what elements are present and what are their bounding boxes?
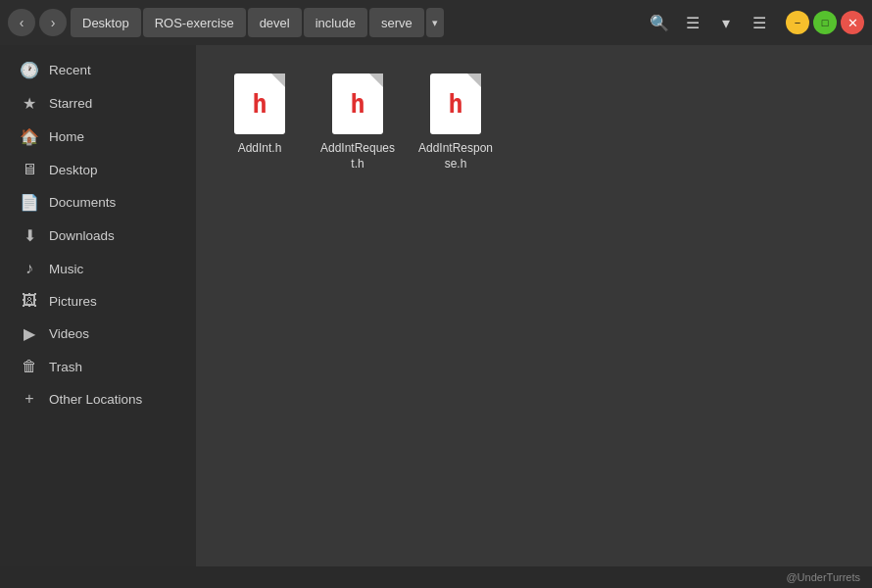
close-button[interactable]: ✕ [841, 11, 864, 34]
sidebar: 🕐Recent★Starred🏠Home🖥Desktop📄Documents⬇D… [0, 45, 196, 566]
file-label: AddIntResponse.h [417, 141, 494, 172]
tab-dropdown-button[interactable]: ▾ [426, 8, 444, 37]
trash-icon: 🗑 [20, 358, 39, 375]
other-locations-icon: + [20, 390, 39, 408]
documents-icon: 📄 [20, 193, 39, 212]
sidebar-item-label-downloads: Downloads [49, 228, 115, 243]
tab-desktop[interactable]: Desktop [71, 8, 141, 37]
home-icon: 🏠 [20, 127, 39, 146]
sidebar-item-downloads[interactable]: ⬇Downloads [4, 220, 192, 252]
titlebar: ‹ › DesktopROS-exercisedevelincludeserve… [0, 0, 872, 45]
sidebar-item-label-other-locations: Other Locations [49, 392, 142, 407]
h-file-icon [430, 74, 481, 134]
file-label: AddInt.h [238, 141, 282, 157]
file-icon [426, 71, 485, 137]
minimize-button[interactable]: − [786, 11, 809, 34]
sidebar-item-label-videos: Videos [49, 326, 89, 341]
sidebar-item-label-starred: Starred [49, 96, 92, 111]
view-options-button[interactable]: ▾ [711, 8, 741, 37]
tab-ros[interactable]: ROS-exercise [143, 8, 246, 37]
downloads-icon: ⬇ [20, 226, 39, 245]
starred-icon: ★ [20, 94, 39, 113]
tab-devel[interactable]: devel [248, 8, 302, 37]
music-icon: ♪ [20, 260, 39, 277]
pictures-icon: 🖼 [20, 292, 39, 310]
maximize-button[interactable]: □ [813, 11, 837, 34]
main-area: 🕐Recent★Starred🏠Home🖥Desktop📄Documents⬇D… [0, 45, 872, 566]
sidebar-item-label-trash: Trash [49, 360, 82, 374]
tab-include[interactable]: include [304, 8, 367, 37]
breadcrumb: DesktopROS-exercisedevelincludeserve▾ [71, 8, 641, 37]
file-icon [230, 71, 289, 137]
sidebar-item-desktop[interactable]: 🖥Desktop [4, 154, 192, 185]
videos-icon: ▶ [20, 324, 39, 343]
chevron-down-icon: ▾ [722, 14, 730, 32]
sidebar-item-label-home: Home [49, 129, 84, 144]
statusbar: @UnderTurrets [0, 566, 872, 588]
file-area: AddInt.hAddIntRequest.hAddIntResponse.h [196, 45, 872, 566]
list-view-button[interactable]: ☰ [678, 8, 707, 37]
window-controls: − □ ✕ [786, 11, 864, 34]
h-file-icon [332, 74, 383, 134]
sidebar-item-label-desktop: Desktop [49, 163, 98, 177]
sidebar-item-music[interactable]: ♪Music [4, 253, 192, 284]
sidebar-item-starred[interactable]: ★Starred [4, 87, 192, 120]
nav-back-button[interactable]: ‹ [8, 9, 35, 36]
sidebar-item-documents[interactable]: 📄Documents [4, 186, 192, 219]
nav-forward-button[interactable]: › [39, 9, 67, 36]
file-item[interactable]: AddIntResponse.h [412, 65, 500, 177]
desktop-icon: 🖥 [20, 161, 39, 178]
sidebar-item-label-pictures: Pictures [49, 294, 97, 309]
file-label: AddIntRequest.h [319, 141, 396, 172]
search-button[interactable]: 🔍 [645, 8, 674, 37]
sidebar-item-home[interactable]: 🏠Home [4, 121, 192, 153]
sidebar-item-other-locations[interactable]: +Other Locations [4, 383, 192, 415]
h-file-icon [234, 74, 285, 134]
file-item[interactable]: AddInt.h [216, 65, 304, 177]
watermark-text: @UnderTurrets [786, 571, 860, 583]
sidebar-item-trash[interactable]: 🗑Trash [4, 351, 192, 382]
search-icon: 🔍 [650, 14, 669, 32]
menu-button[interactable]: ☰ [745, 8, 774, 37]
file-icon [328, 71, 387, 137]
list-icon: ☰ [686, 14, 700, 32]
menu-icon: ☰ [752, 14, 766, 32]
sidebar-item-label-documents: Documents [49, 195, 116, 210]
recent-icon: 🕐 [20, 61, 39, 79]
sidebar-item-recent[interactable]: 🕐Recent [4, 54, 192, 86]
sidebar-item-videos[interactable]: ▶Videos [4, 318, 192, 350]
sidebar-item-pictures[interactable]: 🖼Pictures [4, 285, 192, 317]
sidebar-item-label-recent: Recent [49, 63, 91, 77]
header-actions: 🔍 ☰ ▾ ☰ [645, 8, 774, 37]
file-item[interactable]: AddIntRequest.h [314, 65, 402, 177]
tab-serve[interactable]: serve [369, 8, 424, 37]
sidebar-item-label-music: Music [49, 262, 83, 276]
